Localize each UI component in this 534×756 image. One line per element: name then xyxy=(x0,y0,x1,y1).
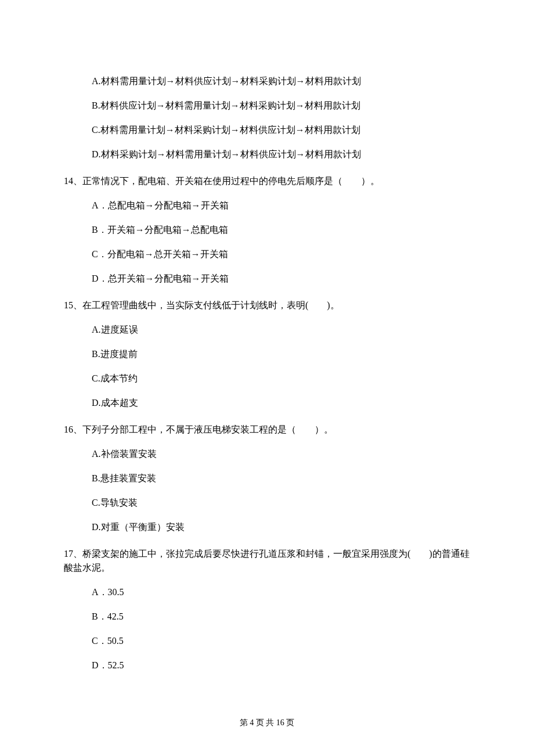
option-d: D.材料采购计划→材料需用量计划→材料供应计划→材料用款计划 xyxy=(92,147,470,161)
option-b: B.材料供应计划→材料需用量计划→材料采购计划→材料用款计划 xyxy=(92,99,470,113)
page-footer: 第 4 页 共 16 页 xyxy=(0,718,534,728)
option-a: A.材料需用量计划→材料供应计划→材料采购计划→材料用款计划 xyxy=(92,74,470,88)
option-d: D．52.5 xyxy=(92,658,470,672)
q16-options: A.补偿装置安装 B.悬挂装置安装 C.导轨安装 D.对重（平衡重）安装 xyxy=(64,447,470,534)
option-d: D．总开关箱→分配电箱→开关箱 xyxy=(92,272,470,286)
question-15: 15、在工程管理曲线中，当实际支付线低于计划线时，表明( )。 xyxy=(64,298,470,312)
option-a: A．30.5 xyxy=(92,585,470,599)
q13-options: A.材料需用量计划→材料供应计划→材料采购计划→材料用款计划 B.材料供应计划→… xyxy=(64,74,470,161)
option-b: B.进度提前 xyxy=(92,347,470,361)
option-a: A.进度延误 xyxy=(92,323,470,337)
option-a: A.补偿装置安装 xyxy=(92,447,470,461)
question-14: 14、正常情况下，配电箱、开关箱在使用过程中的停电先后顺序是（ ）。 xyxy=(64,174,470,188)
option-c: C.材料需用量计划→材料采购计划→材料供应计划→材料用款计划 xyxy=(92,123,470,137)
q14-options: A．总配电箱→分配电箱→开关箱 B．开关箱→分配电箱→总配电箱 C．分配电箱→总… xyxy=(64,199,470,286)
option-c: C．分配电箱→总开关箱→开关箱 xyxy=(92,247,470,261)
q15-options: A.进度延误 B.进度提前 C.成本节约 D.成本超支 xyxy=(64,323,470,410)
option-a: A．总配电箱→分配电箱→开关箱 xyxy=(92,199,470,213)
option-b: B．开关箱→分配电箱→总配电箱 xyxy=(92,223,470,237)
option-b: B．42.5 xyxy=(92,610,470,624)
question-17: 17、桥梁支架的施工中，张拉完成后要尽快进行孔道压浆和封锚，一般宜采用强度为( … xyxy=(64,547,470,575)
question-16: 16、下列子分部工程中，不属于液压电梯安装工程的是（ ）。 xyxy=(64,423,470,437)
q17-options: A．30.5 B．42.5 C．50.5 D．52.5 xyxy=(64,585,470,672)
option-c: C.成本节约 xyxy=(92,372,470,386)
option-c: C．50.5 xyxy=(92,634,470,648)
option-d: D.对重（平衡重）安装 xyxy=(92,520,470,534)
page-body: A.材料需用量计划→材料供应计划→材料采购计划→材料用款计划 B.材料供应计划→… xyxy=(0,0,534,672)
option-b: B.悬挂装置安装 xyxy=(92,471,470,485)
option-d: D.成本超支 xyxy=(92,396,470,410)
option-c: C.导轨安装 xyxy=(92,496,470,510)
